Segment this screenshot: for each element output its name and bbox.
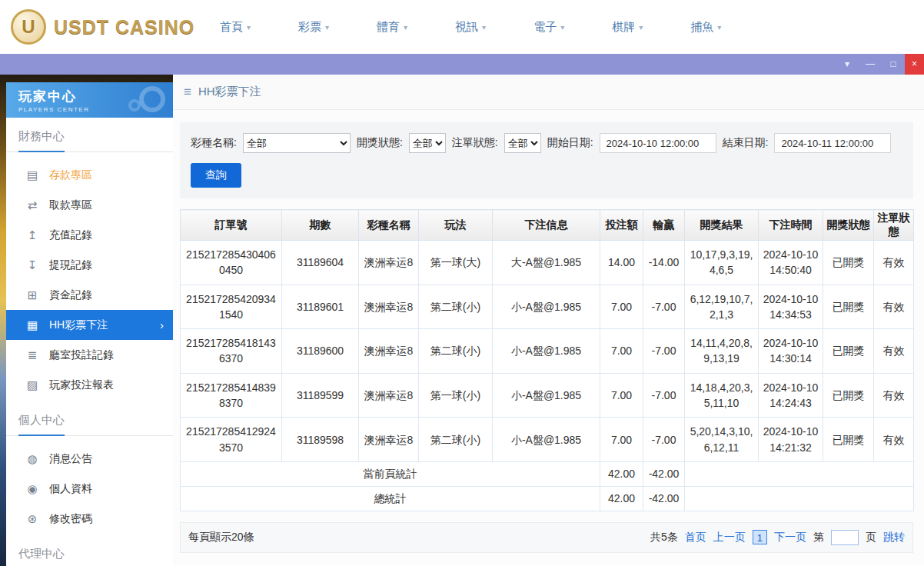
table-cell: -7.00	[643, 329, 685, 374]
chevron-down-icon: ▾	[639, 23, 643, 32]
jump-prefix-label: 第	[813, 531, 824, 544]
page-summary-empty	[685, 461, 914, 486]
sidebar-item-label: 玩家投注報表	[49, 378, 114, 392]
table-cell: 2152172854209341540	[181, 285, 282, 329]
table-cell: 已開獎	[823, 373, 874, 418]
brand-logo: U USDT CASINO	[0, 9, 198, 45]
page-summary-bet: 42.00	[600, 461, 643, 486]
start-date-input[interactable]	[600, 133, 716, 153]
table-cell: -7.00	[643, 285, 685, 329]
chevron-down-icon: ▾	[717, 23, 721, 32]
draw-status-select[interactable]: 全部	[409, 133, 446, 153]
chevron-right-icon: ›	[160, 318, 164, 331]
table-cell: 31189604	[282, 241, 359, 285]
end-date-input[interactable]	[774, 133, 891, 153]
nav-item-slots[interactable]: 電子 ▾	[533, 20, 564, 35]
sidebar-header: 玩家中心 PLAYERS CENTER	[6, 82, 173, 118]
page-size-text: 每頁顯示20條	[188, 531, 254, 544]
sidebar-item-withdraw[interactable]: ⇄ 取款專區	[6, 190, 173, 220]
chevron-down-icon: ▾	[560, 23, 564, 32]
table-cell: 小-A盤@1.985	[493, 418, 600, 462]
nav-item-label: 首頁	[220, 20, 243, 35]
table-cell: 2152172854181436370	[181, 329, 282, 374]
table-cell: 有效	[874, 373, 914, 418]
table-cell: 2024-10-10 14:50:40	[759, 241, 823, 285]
window-close-icon[interactable]: ×	[905, 54, 924, 75]
decorative-circle-icon	[139, 86, 165, 112]
sidebar-item-funds-record[interactable]: ⊞ 資金記錄	[6, 280, 173, 310]
nav-item-label: 捕魚	[690, 20, 713, 35]
sidebar-item-player-bet-report[interactable]: ▨ 玩家投注報表	[6, 370, 173, 400]
sidebar-item-profile[interactable]: ◉ 個人資料	[6, 474, 173, 504]
current-page-indicator[interactable]: 1	[753, 530, 767, 544]
sidebar-item-announcements[interactable]: ◍ 消息公告	[6, 444, 173, 474]
window-collapse-icon[interactable]: ▾	[836, 54, 859, 75]
recharge-icon: ↥	[25, 228, 39, 242]
col-bet-amount: 投注額	[600, 210, 643, 241]
query-button[interactable]: 查詢	[191, 163, 241, 188]
nav-item-sports[interactable]: 體育 ▾	[377, 20, 407, 35]
table-cell: 2024-10-10 14:24:43	[759, 373, 823, 418]
table-cell: 31189600	[282, 329, 359, 374]
top-nav: 首頁 ▾ 彩票 ▾ 體育 ▾ 視訊 ▾ 電子 ▾ 棋牌 ▾ 捕魚 ▾	[220, 20, 721, 35]
nav-item-fishing[interactable]: 捕魚 ▾	[690, 20, 721, 35]
lottery-filter-label: 彩種名稱:	[191, 136, 237, 150]
decorative-circle-icon	[128, 99, 141, 112]
total-summary-bet: 42.00	[600, 486, 643, 511]
jump-suffix-label: 页	[866, 531, 876, 544]
nav-item-video[interactable]: 視訊 ▾	[455, 20, 486, 35]
sidebar-item-deposit[interactable]: ▤ 存款專區	[6, 160, 173, 190]
top-header: U USDT CASINO 首頁 ▾ 彩票 ▾ 體育 ▾ 視訊 ▾ 電子 ▾ 棋…	[0, 0, 924, 54]
total-summary-row: 總統計 42.00 -42.00	[181, 486, 914, 511]
table-cell: 31189601	[282, 285, 359, 329]
draw-status-filter-label: 開獎狀態:	[357, 136, 403, 150]
section-label: 個人中心	[18, 413, 65, 436]
bet-table-summary: 當前頁統計 42.00 -42.00 總統計 42.00 -42.00	[181, 461, 914, 511]
pager: 共5条 首页 上一页 1 下一页 第 页 跳转	[650, 530, 905, 545]
prev-page-link[interactable]: 上一页	[713, 531, 746, 544]
table-cell: 2152172854304060450	[181, 241, 282, 285]
table-cell: 小-A盤@1.985	[493, 373, 600, 418]
sidebar-item-label: 取款專區	[49, 198, 92, 212]
pagination-bar: 每頁顯示20條 共5条 首页 上一页 1 下一页 第 页 跳转	[180, 522, 913, 553]
table-cell: 澳洲幸运8	[359, 373, 419, 418]
nav-item-home[interactable]: 首頁 ▾	[220, 20, 251, 35]
bet-table-body: 215217285430406045031189604澳洲幸运8第一球(大)大-…	[181, 241, 914, 462]
first-page-link[interactable]: 首页	[685, 531, 706, 544]
table-cell: 有效	[874, 418, 914, 462]
window-maximize-icon[interactable]: □	[882, 54, 905, 75]
lottery-select[interactable]: 全部	[243, 133, 351, 153]
table-cell: -7.00	[643, 418, 685, 462]
logo-coin-icon: U	[11, 9, 46, 45]
table-row: 215217285430406045031189604澳洲幸运8第一球(大)大-…	[181, 241, 914, 285]
sidebar-item-room-bet-record[interactable]: ≣ 廳室投註記錄	[6, 340, 173, 370]
table-cell: 7.00	[600, 373, 643, 418]
withdraw-icon: ⇄	[25, 198, 39, 212]
table-cell: 已開獎	[823, 241, 874, 285]
page-jump-input[interactable]	[831, 530, 859, 545]
hamburger-icon[interactable]: ≡	[184, 85, 191, 100]
col-play-type: 玩法	[419, 210, 493, 241]
col-winloss: 輸贏	[643, 210, 685, 241]
table-cell: 大-A盤@1.985	[493, 241, 600, 285]
nav-item-boardgames[interactable]: 棋牌 ▾	[612, 20, 643, 35]
jump-button[interactable]: 跳转	[883, 531, 905, 544]
sidebar-item-label: 充值記錄	[49, 228, 92, 242]
table-cell: 31189599	[282, 373, 359, 418]
table-cell: 7.00	[600, 418, 643, 462]
nav-item-label: 體育	[377, 20, 400, 35]
brand-name: USDT CASINO	[54, 16, 194, 38]
sidebar-item-hh-lottery-bet[interactable]: ▦ HH彩票下注 ›	[6, 310, 173, 340]
table-row: 215217285418143637031189600澳洲幸运8第二球(小)小-…	[181, 329, 914, 374]
next-page-link[interactable]: 下一页	[774, 531, 806, 544]
nav-item-lottery[interactable]: 彩票 ▾	[298, 20, 329, 35]
sidebar-item-withdrawal-record[interactable]: ↧ 提現記錄	[6, 250, 173, 280]
sidebar-item-label: 消息公告	[49, 452, 92, 466]
deposit-icon: ▤	[25, 168, 39, 182]
funds-icon: ⊞	[25, 288, 39, 302]
sidebar-item-recharge-record[interactable]: ↥ 充值記錄	[6, 220, 173, 250]
window-minimize-icon[interactable]: —	[859, 54, 882, 75]
report-icon: ▨	[25, 378, 39, 392]
sidebar-item-change-password[interactable]: ⊛ 修改密碼	[6, 504, 173, 534]
order-status-select[interactable]: 全部	[504, 133, 541, 153]
